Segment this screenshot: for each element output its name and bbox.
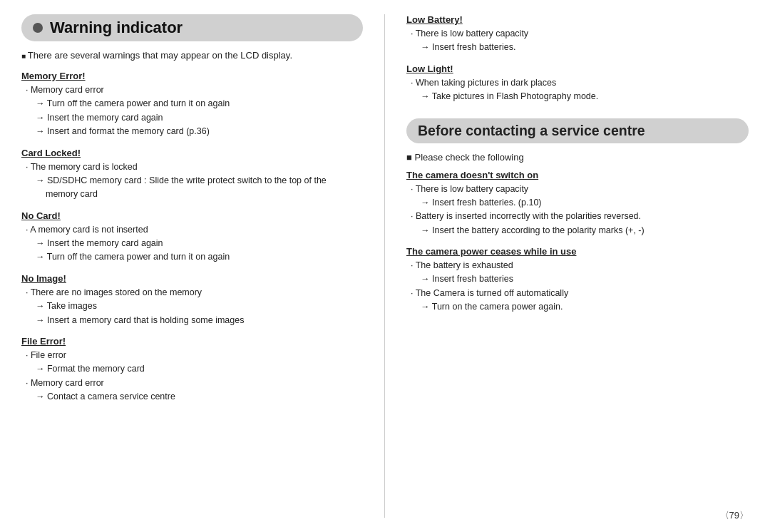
right-column: Low Battery! · There is low battery capa…	[385, 14, 749, 518]
list-item: · A memory card is not inserted	[26, 223, 363, 237]
service-intro: ■ Please check the following	[406, 152, 749, 163]
low-light-body: · When taking pictures in dark places → …	[406, 76, 749, 104]
two-column-layout: Warning indicator There are several warn…	[21, 14, 749, 518]
list-item: → Insert the memory card again	[26, 237, 363, 250]
card-locked-title: Card Locked!	[21, 148, 363, 158]
list-item: → Insert fresh batteries	[411, 272, 749, 286]
page-number: 〈79〉	[720, 509, 749, 522]
service-centre-header: Before contacting a service centre	[406, 118, 749, 143]
list-item: → Insert the memory card again	[26, 111, 363, 125]
warning-indicator-header: Warning indicator	[21, 14, 363, 41]
low-light-title: Low Light!	[406, 63, 749, 74]
card-locked-body: · The memory card is locked → SD/SDHC me…	[21, 160, 363, 202]
low-battery-body: · There is low battery capacity → Insert…	[406, 27, 749, 55]
warning-indicator-title: Warning indicator	[50, 19, 183, 37]
list-item: · The Camera is turned off automatically	[411, 287, 749, 300]
no-card-section: No Card! · A memory card is not inserted…	[21, 210, 363, 265]
no-image-body: · There are no images stored on the memo…	[21, 286, 363, 327]
file-error-title: File Error!	[21, 336, 363, 347]
warning-intro: There are several warnings that may appe…	[21, 50, 363, 61]
no-card-title: No Card!	[21, 210, 363, 221]
list-item: · Battery is inserted incorrectly with t…	[411, 210, 749, 223]
list-item: → Turn off the camera power and turn it …	[26, 97, 363, 111]
no-image-title: No Image!	[21, 273, 363, 284]
service-centre-title: Before contacting a service centre	[418, 123, 645, 139]
memory-error-body: · Memory card error → Turn off the camer…	[21, 83, 363, 139]
power-ceases-title: The camera power ceases while in use	[406, 246, 749, 257]
left-column: Warning indicator There are several warn…	[21, 14, 385, 518]
power-ceases-body: · The battery is exhausted → Insert fres…	[406, 259, 749, 314]
card-locked-section: Card Locked! · The memory card is locked…	[21, 148, 363, 202]
no-switch-on-section: The camera doesn't switch on · There is …	[406, 170, 749, 238]
service-centre-block: Before contacting a service centre ■ Ple…	[406, 118, 749, 314]
low-battery-section: Low Battery! · There is low battery capa…	[406, 14, 749, 55]
memory-error-title: Memory Error!	[21, 71, 363, 81]
list-item: · The battery is exhausted	[411, 259, 749, 272]
no-switch-on-title: The camera doesn't switch on	[406, 170, 749, 180]
list-item: · There is low battery capacity	[411, 27, 749, 41]
file-error-body: · File error → Format the memory card · …	[21, 349, 363, 404]
low-battery-title: Low Battery!	[406, 14, 749, 25]
list-item: → Insert and format the memory card (p.3…	[26, 125, 363, 138]
list-item: · When taking pictures in dark places	[411, 76, 749, 90]
no-image-section: No Image! · There are no images stored o…	[21, 273, 363, 327]
list-item: → Contact a camera service centre	[26, 390, 363, 404]
list-item: → Take images	[26, 300, 363, 313]
page: Warning indicator There are several warn…	[0, 0, 770, 532]
low-light-section: Low Light! · When taking pictures in dar…	[406, 63, 749, 104]
no-card-body: · A memory card is not inserted → Insert…	[21, 223, 363, 265]
list-item: → Insert fresh batteries. (p.10)	[411, 196, 749, 210]
list-item: memory card	[26, 188, 363, 201]
list-item: → Turn on the camera power again.	[411, 300, 749, 314]
list-item: → Insert a memory card that is holding s…	[26, 314, 363, 327]
memory-error-section: Memory Error! · Memory card error → Turn…	[21, 71, 363, 139]
list-item: → Format the memory card	[26, 362, 363, 376]
list-item: · There are no images stored on the memo…	[26, 286, 363, 300]
bullet-icon	[33, 23, 43, 33]
power-ceases-section: The camera power ceases while in use · T…	[406, 246, 749, 314]
list-item: · Memory card error	[26, 83, 363, 97]
list-item: → SD/SDHC memory card : Slide the write …	[26, 174, 363, 188]
list-item: · There is low battery capacity	[411, 183, 749, 196]
list-item: · Memory card error	[26, 377, 363, 390]
list-item: → Insert the battery according to the po…	[411, 224, 749, 237]
list-item: → Insert fresh batteries.	[411, 41, 749, 54]
no-switch-on-body: · There is low battery capacity → Insert…	[406, 183, 749, 238]
list-item: · The memory card is locked	[26, 160, 363, 174]
list-item: → Take pictures in Flash Photography mod…	[411, 90, 749, 103]
list-item: · File error	[26, 349, 363, 362]
list-item: → Turn off the camera power and turn it …	[26, 250, 363, 264]
file-error-section: File Error! · File error → Format the me…	[21, 336, 363, 404]
